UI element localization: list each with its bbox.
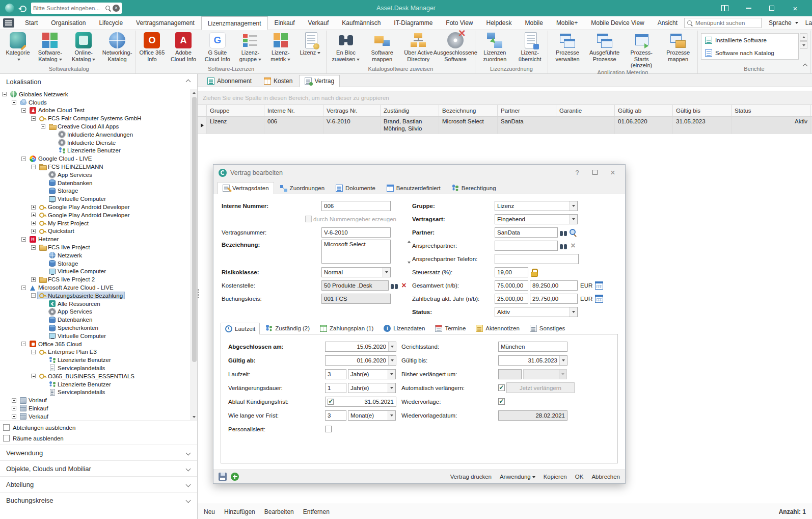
dialog-maximize-button[interactable] xyxy=(588,169,602,176)
gerichtsstand-input[interactable] xyxy=(498,342,567,352)
subtab-sonstiges[interactable]: Sonstiges xyxy=(525,322,570,334)
ribbon-lizenz-gruppe[interactable]: Lizenz-gruppe xyxy=(235,31,266,62)
menu-tab-ansicht[interactable]: Ansicht xyxy=(651,16,684,30)
action-entfernen[interactable]: Entfernen xyxy=(303,508,330,515)
menu-tab-verkauf[interactable]: Verkauf xyxy=(302,16,336,30)
language-menu[interactable]: Sprache xyxy=(769,19,798,27)
wie-lange-vor-frist-input[interactable] xyxy=(325,410,346,421)
panels-icon[interactable] xyxy=(713,0,737,16)
menu-tab-vertragsmanagement[interactable]: Vertragsmanagement xyxy=(129,16,201,30)
sidebar-header[interactable]: Lokalisation xyxy=(0,74,197,89)
tree-item-google-play-android-developer[interactable]: Google Play Android Developer xyxy=(0,211,190,219)
tree-expander-minus[interactable] xyxy=(2,92,7,96)
collapse-panel-icon[interactable] xyxy=(186,79,191,84)
tree-item-storage[interactable]: Storage xyxy=(0,260,190,268)
action-neu[interactable]: Neu xyxy=(204,508,215,515)
steuersatz-input[interactable] xyxy=(495,267,528,277)
laufzeit-unit-select[interactable]: Jahr(e) xyxy=(348,369,396,379)
tree-item-adobe-cloud-test[interactable]: Adobe Cloud Test xyxy=(0,107,190,115)
tree-item-fcs-live-project-2[interactable]: FCS live Project 2 xyxy=(0,275,190,283)
gesamtwert-brutto-input[interactable] xyxy=(530,280,578,291)
nummerngeber-checkbox[interactable] xyxy=(305,216,312,222)
tree-expander-minus[interactable] xyxy=(12,100,16,105)
tree-expander-plus[interactable] xyxy=(12,406,16,410)
menu-tab-organisation[interactable]: Organisation xyxy=(44,16,92,30)
ansprechpartner-input[interactable] xyxy=(495,241,558,251)
add-icon[interactable] xyxy=(231,473,239,481)
dialog-button-abbrechen[interactable]: Abbrechen xyxy=(591,474,620,480)
column-header-garantie[interactable]: Garantie xyxy=(556,105,615,116)
ribbon-lizenz-metrik[interactable]: Lizenz-metrik xyxy=(266,31,295,62)
column-header-gültig-ab[interactable]: Gültig ab xyxy=(615,105,673,116)
tab-vertrag[interactable]: Vertrag xyxy=(299,75,340,87)
checkbox-räume-ausblenden[interactable]: Räume ausblenden xyxy=(0,433,197,444)
tree-expander-minus[interactable] xyxy=(21,108,26,113)
sidebar-section-objekte-clouds-und-mobiliar[interactable]: Objekte, Clouds und Mobiliar xyxy=(0,460,197,476)
menu-tab-start[interactable]: Start xyxy=(18,16,44,30)
interne-nummer-input[interactable] xyxy=(321,201,391,211)
column-header-partner[interactable]: Partner xyxy=(498,105,556,116)
ribbon-ausgeschlossene-software[interactable]: Ausgeschlossene Software xyxy=(437,31,474,62)
menu-tab-lifecycle[interactable]: Lifecycle xyxy=(92,16,129,30)
close-button[interactable]: × xyxy=(783,0,807,16)
tree-item-fcs-live-project[interactable]: FCS live Project xyxy=(0,243,190,251)
subtab-lizenzdaten[interactable]: Lizenzdaten xyxy=(379,322,429,334)
action-bearbeiten[interactable]: Bearbeiten xyxy=(264,508,294,515)
subtab-laufzeit[interactable]: Laufzeit xyxy=(221,323,260,334)
menu-tab-lizenzmanagement[interactable]: Lizenzmanagement xyxy=(201,16,268,30)
tree-item-fcs-fair-computer-systems-gmbh[interactable]: FCS Fair Computer Systems GmbH xyxy=(0,114,190,122)
table-row[interactable]: Lizenz006V-6-2010Brand, Bastian Möhring,… xyxy=(198,117,812,134)
tree-item-vorlauf[interactable]: Vorlauf xyxy=(0,396,190,404)
sidebar-section-verwendung[interactable]: Verwendung xyxy=(0,445,197,460)
tree-item-clouds[interactable]: Clouds xyxy=(0,98,190,107)
tree-item-alle-ressourcen[interactable]: Alle Ressourcen xyxy=(0,300,190,308)
dialog-button-anwendung[interactable]: Anwendung xyxy=(500,474,535,480)
ribbon-lizenz[interactable]: Lizenz xyxy=(295,31,325,56)
clear-search-icon[interactable]: × xyxy=(113,5,120,12)
partner-input[interactable] xyxy=(495,227,558,238)
subtab-zahlungsplan-1[interactable]: Zahlungsplan (1) xyxy=(315,322,378,334)
ablauf-kuendigungsfrist-field[interactable]: 31.05.2021 xyxy=(325,397,396,407)
tree-item-app-services[interactable]: App Services xyxy=(0,171,190,179)
tree-item-office-365-cloud[interactable]: Office 365 Cloud xyxy=(0,340,190,348)
tree-item-storage[interactable]: Storage xyxy=(0,187,190,195)
ribbon-installierte-software[interactable]: Installierte Software xyxy=(701,34,798,46)
sidebar-section-buchungskreise[interactable]: Buchungskreise xyxy=(0,492,197,508)
column-header-interne-nr[interactable]: Interne Nr. xyxy=(264,105,323,116)
laufzeit-input[interactable] xyxy=(325,369,346,379)
ribbon-g-suite-cloud-info[interactable]: G Suite Cloud Info xyxy=(200,31,235,62)
tree-item-speicherkonten[interactable]: Speicherkonten xyxy=(0,324,190,332)
tree-expander-minus[interactable] xyxy=(31,165,36,169)
risikoklasse-select[interactable]: Normal xyxy=(321,267,391,277)
tree-expander-plus[interactable] xyxy=(31,205,36,210)
tree-expander-plus[interactable] xyxy=(31,229,36,233)
tree-item-einkauf[interactable]: Einkauf xyxy=(0,404,190,412)
maximize-button[interactable] xyxy=(760,0,783,16)
dialog-close-button[interactable]: × xyxy=(606,168,620,177)
tree-item-datenbanken[interactable]: Datenbanken xyxy=(0,316,190,324)
gesamtwert-netto-input[interactable] xyxy=(495,280,528,291)
ribbon-software-nach-katalog[interactable]: Software nach Katalog xyxy=(701,46,798,59)
menu-tab-it-diagramme[interactable]: IT-Diagramme xyxy=(387,16,439,30)
tree-item-verkauf[interactable]: Verkauf xyxy=(0,412,190,420)
tree-expander-plus[interactable] xyxy=(31,277,36,282)
tree-item-o365-business-essentials[interactable]: O365_BUSINESS_ESSENTIALS xyxy=(0,372,190,380)
tree-expander-plus[interactable] xyxy=(12,398,16,403)
tree-item-google-cloud-live[interactable]: Google Cloud - LIVE xyxy=(0,154,190,163)
gruppe-select[interactable]: Lizenz xyxy=(495,201,578,211)
tree-expander-minus[interactable] xyxy=(31,350,36,354)
checkbox-abteilungen-ausblenden[interactable]: Abteilungen ausblenden xyxy=(0,422,197,433)
berichte-scroll-down[interactable] xyxy=(800,41,807,49)
ribbon-software-katalog[interactable]: Software-Katalog xyxy=(33,31,68,62)
titlebar-search-input[interactable] xyxy=(33,5,104,11)
subtab-zuständig-2[interactable]: Zuständig (2) xyxy=(261,322,314,334)
column-header-gruppe[interactable]: Gruppe xyxy=(207,105,264,116)
splitter-handle-icon[interactable] xyxy=(198,288,200,299)
tree-expander-plus[interactable] xyxy=(12,414,16,419)
tree-expander-minus[interactable] xyxy=(21,342,26,346)
tree-expander-plus[interactable] xyxy=(31,213,36,217)
dialog-button-kopieren[interactable]: Kopieren xyxy=(544,474,567,480)
dialog-tab-vertragsdaten[interactable]: Vertragsdaten xyxy=(218,182,274,194)
red-x-icon[interactable] xyxy=(400,281,408,290)
menu-search[interactable] xyxy=(684,18,762,28)
